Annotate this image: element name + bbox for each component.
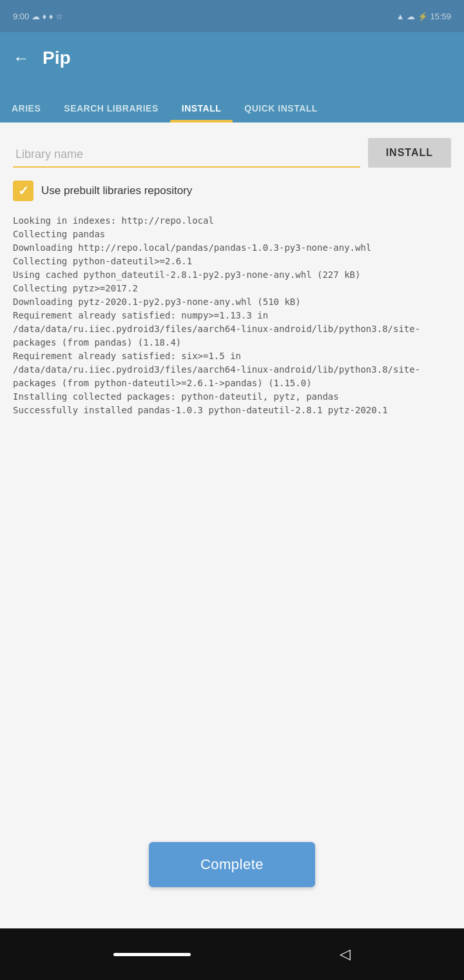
bottom-nav-bar: ◁ (0, 928, 464, 980)
prebuilt-checkbox[interactable]: ✓ (13, 181, 34, 201)
tab-install[interactable]: INSTALL (170, 84, 233, 122)
status-bar: 9:00 ☁ ♦ ♦ ☆ ▲ ☁ ⚡ 15:59 (0, 0, 464, 32)
status-bar-right: ▲ ☁ ⚡ 15:59 (396, 12, 451, 21)
tab-quick-install[interactable]: QUICK INSTALL (233, 84, 329, 122)
complete-section: Complete (13, 829, 451, 913)
back-icon[interactable]: ← (13, 48, 30, 68)
checkbox-label: Use prebuilt libraries repository (41, 184, 192, 197)
complete-button[interactable]: Complete (149, 842, 315, 887)
header: ← Pip (0, 32, 464, 84)
tab-bar: ARIES SEARCH LIBRARIES INSTALL QUICK INS… (0, 84, 464, 122)
status-bar-left: 9:00 ☁ ♦ ♦ ☆ (13, 12, 63, 21)
tab-libraries[interactable]: ARIES (0, 84, 52, 122)
checkbox-row[interactable]: ✓ Use prebuilt libraries repository (13, 181, 451, 201)
nav-back-icon[interactable]: ◁ (340, 946, 351, 963)
install-button[interactable]: INSTALL (368, 138, 451, 168)
library-name-input[interactable] (13, 142, 360, 168)
main-content: INSTALL ✓ Use prebuilt libraries reposit… (0, 122, 464, 928)
input-row: INSTALL (13, 138, 451, 168)
home-bar[interactable] (113, 953, 191, 956)
output-log: Looking in indexes: http://repo.localCol… (13, 214, 451, 417)
tab-search-libraries[interactable]: SEARCH LIBRARIES (52, 84, 169, 122)
spacer (13, 430, 451, 816)
checkmark-icon: ✓ (18, 183, 29, 199)
page-title: Pip (43, 48, 71, 68)
